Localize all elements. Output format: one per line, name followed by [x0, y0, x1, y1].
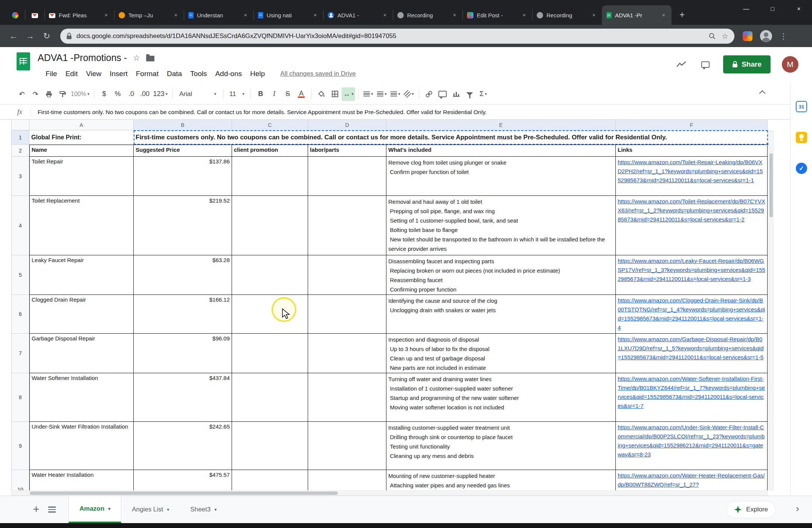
sheets-logo[interactable] — [17, 52, 30, 70]
row-header-7[interactable]: 7 — [11, 334, 29, 373]
cell-b1-merged[interactable]: First-time customers only. No two coupon… — [134, 130, 768, 145]
labor-cell[interactable] — [308, 196, 386, 255]
address-bar[interactable]: docs.google.com/spreadsheets/d/1DA16ANNs… — [60, 29, 734, 44]
back-button[interactable]: ← — [5, 28, 22, 44]
header-cell-price[interactable]: Suggested Price — [134, 145, 232, 157]
row-header-1[interactable]: 1 — [11, 130, 29, 145]
row-header-4[interactable]: 4 — [11, 196, 29, 255]
menu-view[interactable]: View — [82, 68, 105, 79]
row-header-3[interactable]: 3 — [11, 157, 29, 196]
vertical-scrollbar[interactable] — [768, 130, 774, 490]
horizontal-scrollbar[interactable] — [11, 490, 768, 496]
column-header-a[interactable]: A — [29, 120, 134, 130]
price-cell[interactable]: $63.28 — [134, 255, 232, 295]
text-rotation-select[interactable]: ▾ — [402, 87, 416, 101]
insert-chart-button[interactable] — [449, 87, 463, 101]
italic-button[interactable]: I — [267, 87, 281, 101]
browser-menu-icon[interactable]: ⋮ — [775, 28, 792, 44]
menu-tools[interactable]: Tools — [186, 68, 211, 79]
window-maximize-button[interactable]: □ — [759, 0, 786, 18]
menu-addons[interactable]: Add-ons — [211, 68, 246, 79]
create-filter-button[interactable] — [463, 87, 476, 101]
tab-close-icon[interactable]: × — [382, 12, 388, 18]
fill-color-button[interactable] — [314, 87, 328, 101]
name-cell[interactable]: Water Heater Installation — [29, 470, 134, 490]
save-status[interactable]: All changes saved in Drive — [280, 70, 356, 78]
zoom-select[interactable]: 100% ▾ — [69, 87, 91, 101]
footer-chevron-icon[interactable]: › — [796, 503, 799, 514]
functions-select[interactable]: Σ ▾ — [476, 87, 490, 101]
promo-cell[interactable] — [232, 196, 308, 255]
header-cell-links[interactable]: Links — [616, 145, 768, 157]
labor-cell[interactable] — [308, 470, 386, 490]
formula-input[interactable]: First-time customers only. No two coupon… — [38, 109, 790, 116]
browser-tab-recording-1[interactable]: Recording × — [393, 5, 462, 25]
format-currency-button[interactable]: $ — [97, 87, 111, 101]
promo-cell[interactable] — [232, 470, 308, 490]
tab-close-icon[interactable]: × — [451, 12, 458, 18]
strikethrough-button[interactable]: S — [281, 87, 295, 101]
browser-tab-recording-2[interactable]: Recording × — [532, 5, 602, 25]
undo-button[interactable]: ↶ — [15, 87, 29, 101]
name-cell[interactable]: Clogged Drain Repair — [29, 295, 134, 334]
promo-cell[interactable] — [232, 255, 308, 295]
comments-icon[interactable] — [699, 58, 712, 71]
name-cell[interactable]: Under-Sink Water Filtration Installation — [29, 422, 134, 470]
add-sheet-button[interactable]: + — [28, 501, 44, 518]
redo-button[interactable]: ↷ — [29, 87, 42, 101]
text-wrap-select[interactable]: ▾ — [389, 87, 402, 101]
paint-format-button[interactable] — [56, 87, 69, 101]
labor-cell[interactable] — [308, 334, 386, 373]
name-cell[interactable]: Toilet Repair — [29, 157, 134, 196]
promo-cell[interactable] — [232, 334, 308, 373]
account-avatar[interactable]: M — [782, 56, 798, 73]
menu-format[interactable]: Format — [132, 68, 163, 79]
browser-tab-temp[interactable]: Temp –Ju × — [114, 5, 184, 25]
included-cell[interactable]: Mounting of new customer-supplied heater… — [386, 470, 616, 490]
name-cell[interactable]: Toilet Replacement — [29, 196, 134, 255]
row-header-6[interactable]: 6 — [11, 295, 29, 334]
cell-a1[interactable]: Global Fine Print: — [29, 130, 134, 145]
link-cell[interactable]: https://www.amazon.com/Water-Heater-Repl… — [616, 470, 768, 490]
included-cell[interactable]: Identifying the cause and source of the … — [386, 295, 616, 334]
link-cell[interactable]: https://www.amazon.com/Water-Softener-In… — [616, 373, 768, 422]
browser-tab-fwd-pleas[interactable]: Fwd: Pleas × — [44, 5, 114, 25]
sheet-tab-amazon[interactable]: Amazon ▾ — [69, 496, 121, 523]
column-header-c[interactable]: C — [232, 120, 308, 130]
zoom-page-icon[interactable] — [709, 33, 716, 40]
forward-button[interactable]: → — [22, 28, 38, 44]
price-cell[interactable]: $437.84 — [134, 373, 232, 422]
labor-cell[interactable] — [308, 422, 386, 470]
tab-close-icon[interactable]: × — [312, 12, 319, 18]
vertical-scrollbar-thumb[interactable] — [769, 153, 773, 217]
included-cell[interactable]: Inspection and diagnosis of disposal Up … — [386, 334, 616, 373]
row-header-8[interactable]: 8 — [11, 373, 29, 422]
vertical-align-select[interactable]: ▾ — [375, 87, 389, 101]
share-button[interactable]: Share — [723, 55, 771, 73]
window-close-button[interactable]: × — [786, 0, 812, 18]
menu-insert[interactable]: Insert — [105, 68, 132, 79]
price-cell[interactable]: $166.12 — [134, 295, 232, 334]
menu-help[interactable]: Help — [246, 68, 269, 79]
font-select[interactable]: Arial ▾ — [176, 87, 220, 101]
tasks-icon[interactable]: ✓ — [796, 163, 807, 174]
promo-cell[interactable] — [232, 422, 308, 470]
bold-button[interactable]: B — [254, 87, 267, 101]
link-cell[interactable]: https://www.amazon.com/Clogged-Drain-Rep… — [616, 295, 768, 334]
header-cell-labor[interactable]: labor/parts — [308, 145, 386, 157]
labor-cell[interactable] — [308, 373, 386, 422]
link-cell[interactable]: https://www.amazon.com/Toilet-Replacemen… — [616, 196, 768, 255]
grid-corner[interactable] — [11, 120, 29, 130]
name-cell[interactable]: Water Softener Installation — [29, 373, 134, 422]
decrease-decimal-button[interactable]: .0 — [124, 87, 138, 101]
tab-close-icon[interactable]: × — [660, 12, 667, 18]
price-cell[interactable]: $96.09 — [134, 334, 232, 373]
browser-tab-pinned-2[interactable] — [25, 5, 44, 25]
column-header-f[interactable]: F — [616, 120, 768, 130]
menu-file[interactable]: File — [41, 68, 61, 79]
document-title[interactable]: ADVA1 -Promotions - — [38, 52, 127, 63]
row-header-5[interactable]: 5 — [11, 255, 29, 295]
bookmark-star-icon[interactable]: ☆ — [722, 32, 728, 41]
browser-tab-using-nati[interactable]: Using nati × — [253, 5, 323, 25]
browser-tab-adva1[interactable]: ADVA1 - × — [323, 5, 393, 25]
